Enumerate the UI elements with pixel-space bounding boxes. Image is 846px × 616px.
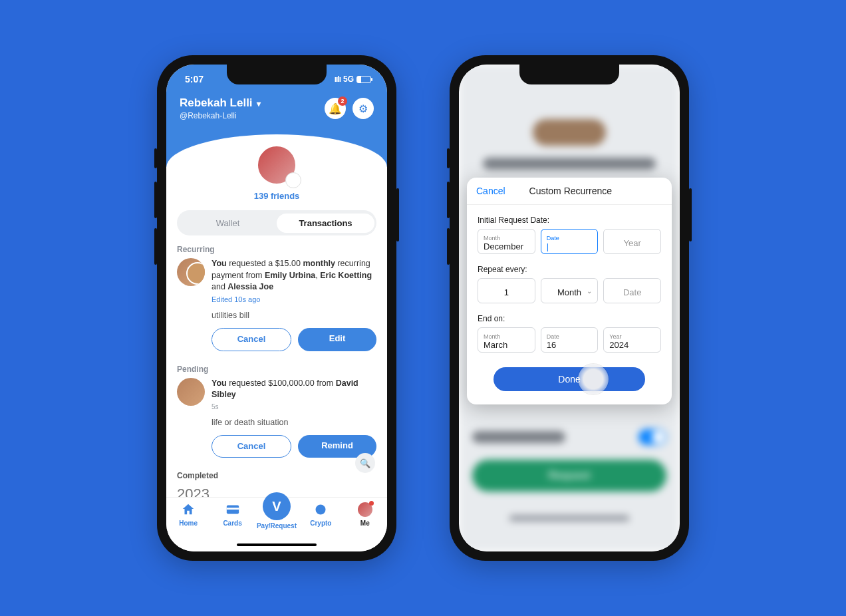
device-notch [227,65,327,84]
initial-month-field[interactable]: Month December [478,229,535,254]
device-notch [519,65,619,84]
svg-point-2 [316,505,326,515]
repeat-unit-select[interactable]: Month ⌄ [541,278,599,303]
label-end-on: End on: [478,314,661,323]
txn-text: You requested $100,000.00 from David Sib… [212,379,358,400]
phone-profile: 5:07 5G Rebekah Lelli @Rebekah-Lelli 🔔 2… [157,55,396,561]
tab-wallet[interactable]: Wallet [179,214,277,233]
recipients-avatars[interactable] [177,258,205,286]
tab-me[interactable]: Me [347,502,384,527]
edited-timestamp: Edited 10s ago [212,295,376,305]
repeat-count-field[interactable]: 1 [478,278,535,303]
initial-date-field[interactable]: Date | [541,229,599,254]
search-icon: 🔍 [360,458,370,468]
chevron-down-icon: ⌄ [587,287,592,295]
tab-home[interactable]: Home [170,502,207,527]
home-icon [180,502,196,518]
recurring-toggle[interactable] [638,429,666,445]
custom-recurrence-modal: Cancel Custom Recurrence Initial Request… [467,178,672,404]
profile-header: Rebekah Lelli @Rebekah-Lelli 🔔 2 ⚙ ▦ [166,94,387,167]
tab-pay-request[interactable]: V Pay/Request [258,502,295,530]
end-year-field[interactable]: Year 2024 [603,327,661,353]
cancel-recurring-button[interactable]: Cancel [212,328,291,351]
qr-icon: ▦ [290,176,297,185]
friends-count-link[interactable]: 139 friends [166,191,387,201]
end-date-field[interactable]: Date 16 [541,327,599,353]
cancel-pending-button[interactable]: Cancel [212,435,291,458]
txn-note: utilities bill [212,310,376,322]
pending-transaction: You requested $100,000.00 from David Sib… [166,378,387,462]
request-button[interactable]: Request [472,460,666,492]
tab-crypto[interactable]: Crypto [302,502,339,527]
repeat-date-field[interactable]: Date [603,278,661,303]
card-icon [225,502,241,518]
label-repeat-every: Repeat every: [478,265,661,274]
section-pending: Pending [177,365,376,374]
carrier-label: 5G [343,75,354,84]
notifications-button[interactable]: 🔔 2 [325,98,346,119]
signal-bars-icon [335,75,341,84]
profile-avatar[interactable]: ▦ [256,144,297,186]
search-button[interactable]: 🔍 [355,453,375,473]
gear-icon: ⚙ [358,102,368,115]
settings-button[interactable]: ⚙ [352,98,374,119]
tab-transactions[interactable]: Transactions [277,214,374,233]
crypto-icon [313,502,329,518]
qr-code-button[interactable]: ▦ [285,172,301,188]
venmo-v-icon: V [263,492,291,520]
recurring-transaction: You requested a $15.00 monthly recurring… [166,258,387,355]
txn-note: life or death situation [212,417,376,429]
recurring-payment-label [472,431,565,443]
edit-recurring-button[interactable]: Edit [298,328,376,351]
initial-year-field[interactable]: Year [603,229,661,254]
modal-title: Custom Recurrence [479,186,662,196]
svg-rect-1 [226,508,238,510]
touch-indicator-icon [578,364,609,394]
phone-recurrence-modal: Request Cancel Custom Recurrence Initial… [450,55,689,561]
caret-down-icon [257,96,261,110]
section-recurring: Recurring [177,245,376,254]
notif-badge: 2 [338,96,347,106]
tab-cards[interactable]: Cards [214,502,251,527]
segmented-control: Wallet Transactions [177,210,376,235]
battery-icon [356,76,371,83]
home-indicator [237,543,317,546]
section-completed: Completed [177,471,376,480]
txn-text: You requested a $15.00 monthly recurring… [212,259,372,291]
end-month-field[interactable]: Month March [478,327,535,353]
txn-time: 5s [212,402,376,412]
me-avatar-icon [358,502,372,517]
profile-name: Rebekah Lelli [180,96,253,110]
status-time: 5:07 [185,74,204,84]
done-button[interactable]: Done [494,367,645,391]
label-initial-date: Initial Request Date: [478,216,661,225]
recipient-avatar[interactable] [177,378,205,406]
